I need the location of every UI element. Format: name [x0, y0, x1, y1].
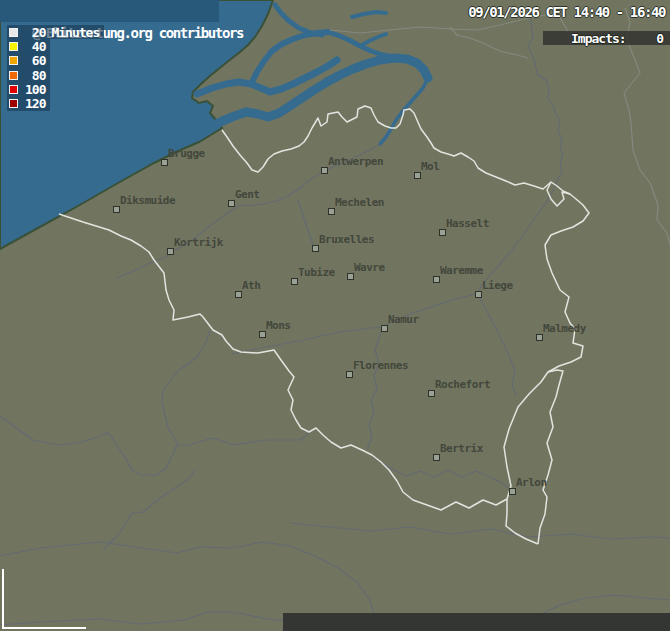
- legend-color-swatch: [9, 71, 18, 80]
- city-label: Kortrijk: [174, 237, 223, 249]
- city-label: Gent: [235, 189, 260, 201]
- city-label: Wavre: [354, 262, 385, 274]
- lightning-map-app: BruggeDiksmuideGentKortrijkAntwerpenMech…: [0, 0, 670, 631]
- city-marker: [428, 390, 435, 397]
- city-label: Malmedy: [543, 323, 586, 335]
- legend-color-swatch: [9, 99, 18, 108]
- city-label: Florennes: [353, 360, 408, 372]
- city-marker: [346, 371, 353, 378]
- city-marker: [439, 229, 446, 236]
- legend-color-swatch: [9, 56, 18, 65]
- city-label: Namur: [388, 314, 419, 326]
- legend-row: 40: [7, 39, 50, 53]
- city-marker: [161, 159, 168, 166]
- legend-minutes-value: 120: [22, 96, 45, 111]
- legend-minutes-value: 100: [22, 82, 45, 97]
- attribution-banner: @ Blitzortung.org contributors: [0, 0, 219, 22]
- city-marker: [291, 278, 298, 285]
- footer-credit-bar: Generated by www.meteobelgique.be / www.…: [283, 613, 670, 631]
- legend-minutes-value: 60: [22, 53, 45, 68]
- city-marker: [433, 454, 440, 461]
- city-label: Waremme: [440, 265, 483, 277]
- legend-color-swatch: [9, 42, 18, 51]
- legend-row: 20Minutes: [7, 25, 104, 39]
- city-marker: [433, 276, 440, 283]
- city-marker: [167, 248, 174, 255]
- legend-color-swatch: [9, 28, 18, 37]
- city-label: Bertrix: [440, 443, 483, 455]
- city-label: Mons: [266, 320, 291, 332]
- legend-row: 120: [7, 96, 50, 110]
- city-marker: [414, 172, 421, 179]
- city-label: Tubize: [298, 267, 335, 279]
- legend-minutes-value: 80: [22, 68, 45, 83]
- city-label: Liege: [482, 280, 513, 292]
- city-marker: [536, 334, 543, 341]
- legend-minutes-unit: Minutes: [51, 25, 99, 40]
- city-marker: [381, 325, 388, 332]
- city-marker: [328, 208, 335, 215]
- city-label: Brugge: [168, 148, 205, 160]
- legend-color-swatch: [9, 85, 18, 94]
- city-label: Bruxelles: [319, 234, 374, 246]
- city-marker: [475, 291, 482, 298]
- age-legend: 20Minutes406080100120: [7, 25, 104, 111]
- city-label: Antwerpen: [328, 156, 383, 168]
- impacts-counter: Impacts: 0: [543, 31, 670, 45]
- city-marker: [321, 167, 328, 174]
- impacts-value: 0: [656, 31, 663, 46]
- city-marker: [347, 273, 354, 280]
- city-marker: [509, 488, 516, 495]
- legend-row: 80: [7, 68, 50, 82]
- city-label: Mol: [421, 161, 439, 173]
- city-label: Hasselt: [446, 218, 489, 230]
- legend-minutes-value: 20: [22, 25, 45, 40]
- datetime-label: 09/01/2026 CET 14:40 - 16:40: [468, 4, 665, 20]
- city-label: Arlon: [516, 477, 547, 489]
- city-marker: [235, 291, 242, 298]
- impacts-label: Impacts:: [571, 31, 626, 46]
- legend-row: 100: [7, 82, 50, 96]
- legend-row: 60: [7, 54, 50, 68]
- city-label: Diksmuide: [120, 195, 175, 207]
- city-marker: [259, 331, 266, 338]
- city-label: Rochefort: [435, 379, 490, 391]
- city-marker: [312, 245, 319, 252]
- city-marker: [228, 200, 235, 207]
- city-marker: [113, 206, 120, 213]
- scale-bar: [2, 569, 86, 629]
- city-label: Mechelen: [335, 197, 384, 209]
- city-label: Ath: [242, 280, 260, 292]
- legend-minutes-value: 40: [22, 39, 45, 54]
